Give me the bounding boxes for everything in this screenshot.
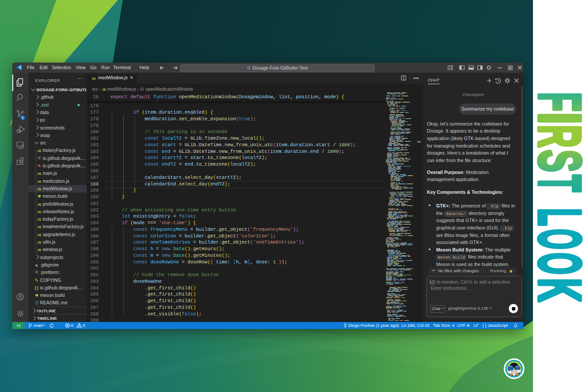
svg-text:T: T [533, 175, 588, 192]
svg-text:I: I [533, 112, 588, 124]
svg-text:O: O [533, 253, 588, 275]
svg-text:O: O [533, 229, 588, 249]
svg-text:S: S [533, 150, 588, 172]
svg-text:F: F [533, 92, 588, 111]
svg-text:R: R [533, 125, 588, 148]
svg-text:L: L [533, 208, 588, 226]
svg-text:1: 1 [22, 116, 23, 120]
svg-text:K: K [533, 278, 588, 302]
